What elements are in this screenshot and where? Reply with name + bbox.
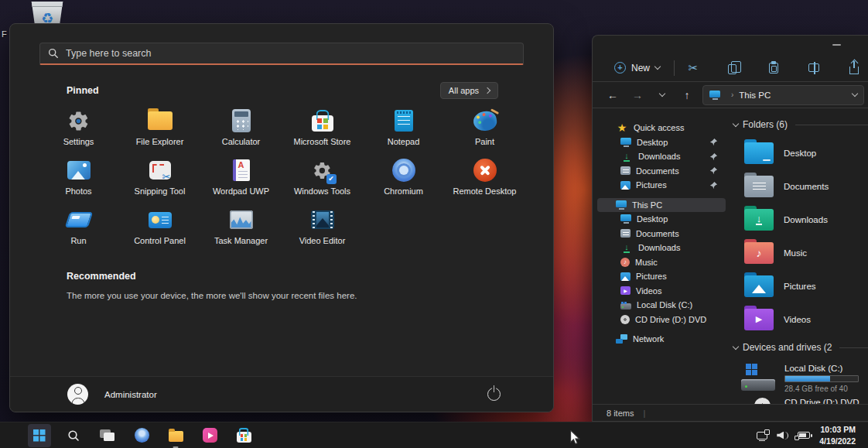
pinned-app-file-explorer[interactable]: File Explorer [119, 107, 200, 156]
sidebar-item-this-pc[interactable]: This PC [597, 198, 726, 213]
taskbar-chromium[interactable] [130, 424, 153, 447]
sidebar-item-documents-qa[interactable]: Documents [597, 164, 726, 179]
section-rule [795, 125, 868, 125]
folder-item-documents[interactable]: Documents [732, 169, 868, 203]
address-dropdown-icon[interactable] [852, 91, 858, 97]
sidebar-item-cd-drive[interactable]: CD Drive (D:) DVD [597, 313, 726, 327]
sidebar-label: Desktop [637, 214, 668, 224]
minimize-button[interactable] [832, 44, 841, 46]
folder-item-desktop[interactable]: Desktop [732, 136, 868, 169]
folder-item-pictures[interactable]: Pictures [732, 269, 868, 303]
sidebar-label: Local Disk (C:) [637, 300, 692, 309]
pictures-icon [620, 272, 630, 281]
folders-section-header[interactable]: Folders (6) [732, 119, 868, 130]
disk-usage-bar [784, 375, 859, 382]
recommended-header: Recommended [67, 271, 553, 282]
all-apps-button[interactable]: All apps [440, 82, 498, 99]
pinned-app-task-manager[interactable]: Task Manager [200, 206, 282, 255]
pinned-app-settings[interactable]: Settings [38, 107, 119, 156]
start-search-box[interactable] [39, 43, 524, 65]
history-dropdown-button[interactable] [653, 86, 672, 104]
copy-button[interactable] [726, 60, 741, 76]
sidebar-label: Documents [636, 229, 679, 238]
sidebar-item-videos[interactable]: Videos [597, 284, 726, 299]
sidebar-item-desktop[interactable]: Desktop [597, 212, 726, 227]
taskbar-file-explorer[interactable] [164, 424, 187, 447]
sidebar-item-music[interactable]: Music [597, 255, 726, 270]
pinned-app-chromium[interactable]: Chromium [363, 156, 444, 206]
collapse-chevron-icon[interactable] [733, 344, 739, 350]
rename-button[interactable] [806, 60, 822, 76]
pictures-icon [620, 181, 630, 190]
breadcrumb-location[interactable]: This PC [739, 91, 771, 100]
sidebar-item-documents[interactable]: Documents [597, 227, 726, 241]
battery-tray-icon[interactable] [798, 432, 810, 439]
user-avatar[interactable] [67, 384, 88, 405]
pinned-app-remote-desktop[interactable]: Remote Desktop [444, 156, 525, 206]
task-view-button[interactable] [96, 424, 119, 447]
pinned-app-windows-tools[interactable]: Windows Tools [282, 156, 363, 206]
music-folder-icon: ♪ [744, 242, 774, 264]
breadcrumb-separator: › [731, 91, 733, 99]
pinned-app-video-editor[interactable]: Video Editor [282, 206, 363, 255]
pinned-app-paint[interactable]: Paint [444, 107, 525, 156]
new-button[interactable]: + New [608, 59, 666, 77]
folder-item-music[interactable]: ♪ Music [732, 236, 868, 269]
start-button[interactable] [28, 424, 51, 447]
network-tray-icon[interactable] [757, 432, 767, 439]
pinned-app-wordpad[interactable]: Wordpad UWP [200, 156, 282, 206]
video-editor-icon [309, 207, 336, 232]
clock-time: 10:03 PM [819, 424, 856, 435]
taskbar-clock[interactable]: 10:03 PM 4/19/2022 [819, 424, 856, 446]
folder-item-downloads[interactable]: ↓ Downloads [732, 203, 868, 236]
paste-button[interactable] [766, 60, 781, 76]
pinned-app-notepad[interactable]: Notepad [363, 107, 444, 156]
cd-drive-icon [741, 398, 778, 404]
pinned-app-run[interactable]: Run [38, 206, 119, 255]
app-label: Video Editor [299, 236, 346, 245]
app-label: Remote Desktop [453, 186, 517, 196]
sidebar-item-downloads-qa[interactable]: Downloads [597, 149, 726, 164]
collapse-chevron-icon[interactable] [733, 121, 739, 127]
forward-button[interactable]: → [628, 86, 647, 104]
task-manager-icon [228, 207, 255, 232]
hard-drive-icon [741, 364, 778, 392]
pinned-app-calculator[interactable]: Calculator [200, 107, 282, 156]
search-input[interactable] [66, 48, 515, 59]
power-button[interactable] [487, 388, 501, 401]
new-button-label: New [631, 63, 650, 74]
drive-item-cd[interactable]: CD Drive (D:) DVD 0 bytes free of 5.3 [732, 396, 868, 404]
drive-name: Local Disk (C:) [784, 364, 859, 373]
explorer-titlebar[interactable] [593, 36, 868, 54]
sidebar-item-desktop-qa[interactable]: Desktop [597, 135, 726, 150]
sidebar-item-pictures[interactable]: Pictures [597, 269, 726, 284]
pinned-app-microsoft-store[interactable]: Microsoft Store [282, 107, 363, 156]
user-name[interactable]: Administrator [104, 390, 157, 399]
sidebar-item-network[interactable]: Network [597, 332, 726, 347]
share-button[interactable] [846, 60, 862, 76]
explorer-status-bar: 8 items | [593, 404, 868, 421]
back-button[interactable]: ← [603, 86, 622, 104]
sidebar-item-pictures-qa[interactable]: Pictures [597, 178, 726, 193]
start-icon [33, 429, 46, 442]
pinned-app-snipping-tool[interactable]: Snipping Tool [119, 156, 200, 206]
taskbar-microsoft-store[interactable] [232, 424, 255, 447]
address-field[interactable]: › This PC [702, 85, 864, 105]
all-apps-label: All apps [449, 86, 479, 95]
pinned-app-photos[interactable]: Photos [38, 156, 119, 206]
sidebar-item-downloads[interactable]: Downloads [597, 241, 726, 255]
pinned-app-control-panel[interactable]: Control Panel [119, 206, 200, 255]
mouse-cursor [569, 430, 581, 445]
folder-item-videos[interactable]: ▶ Videos [732, 303, 868, 336]
drives-section-header[interactable]: Devices and drives (2 [732, 342, 868, 353]
volume-tray-icon[interactable] [777, 431, 788, 440]
cut-button[interactable]: ✂ [685, 60, 701, 76]
drive-item-local-disk[interactable]: Local Disk (C:) 28.4 GB free of 40 [732, 359, 868, 396]
file-explorer-window: + New ✂ ← → ↑ › This PC ★ Quick [592, 35, 868, 422]
downloads-icon [620, 243, 633, 253]
sidebar-item-local-disk[interactable]: Local Disk (C:) [597, 298, 726, 313]
taskbar-search-button[interactable] [62, 424, 85, 447]
sidebar-item-quick-access[interactable]: ★ Quick access [597, 121, 726, 135]
taskbar-media-player[interactable] [198, 424, 221, 447]
up-button[interactable]: ↑ [678, 86, 696, 104]
